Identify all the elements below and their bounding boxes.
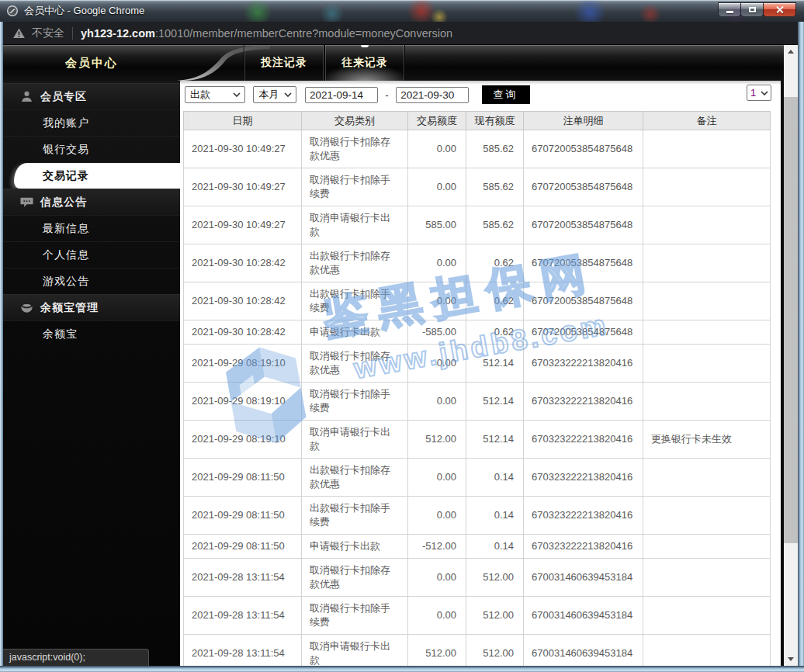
chevron-down-icon <box>284 92 292 97</box>
table-cell: 出款银行卡扣除存款优惠 <box>302 459 408 497</box>
scrollbar-thumb[interactable] <box>784 97 798 543</box>
table-row: 2021-09-29 08:19:10取消银行卡扣除手续费0.00512.146… <box>184 383 771 421</box>
table-cell: 2021-09-30 10:28:42 <box>184 244 302 282</box>
sidebar-item[interactable]: 交易记录 <box>3 162 180 189</box>
tab-1[interactable]: 投注记录 <box>244 45 324 81</box>
sidebar-item[interactable]: 银行交易 <box>3 136 180 162</box>
table-cell: 0.00 <box>408 459 466 497</box>
table-cell: 670720053854875648 <box>524 244 643 282</box>
table-cell <box>643 383 771 421</box>
security-warning-icon <box>12 27 26 39</box>
table-cell: 申请银行卡出款 <box>302 320 408 345</box>
brand-title: 会员中心 <box>3 45 180 81</box>
sidebar-item[interactable]: 游戏公告 <box>3 268 180 294</box>
address-bar[interactable]: 不安全 yh123-12.com:10010/member/memberCent… <box>3 22 801 45</box>
header-band: 会员中心 投注记录往来记录 <box>3 45 798 81</box>
table-cell <box>643 597 771 635</box>
table-cell: 出款银行卡扣除手续费 <box>302 497 408 535</box>
url-path: :10010/member/memberCentre?module=moneyC… <box>155 27 452 40</box>
tab-label: 往来记录 <box>341 56 388 70</box>
sidebar-item-label: 银行交易 <box>43 143 89 157</box>
scrollbar[interactable] <box>784 45 798 666</box>
scroll-down-button[interactable] <box>784 653 798 666</box>
table-row: 2021-09-29 08:19:10取消申请银行卡出款512.00512.14… <box>184 421 771 459</box>
sidebar-item[interactable]: 余额宝 <box>3 320 180 347</box>
sidebar-group-1[interactable]: 会员专区 <box>3 83 180 109</box>
minimize-button[interactable] <box>718 2 741 17</box>
table-row: 2021-09-29 08:11:50出款银行卡扣除存款优惠0.000.1467… <box>184 459 771 497</box>
sidebar-group-3[interactable]: 余额宝管理 <box>3 294 180 320</box>
table-row: 2021-09-30 10:49:27取消申请银行卡出款585.00585.62… <box>184 206 771 244</box>
tab-2[interactable]: 往来记录 <box>325 45 404 81</box>
user-icon <box>19 89 34 104</box>
table-cell: 2021-09-28 13:11:54 <box>184 597 302 635</box>
table-cell <box>643 459 771 497</box>
table-cell: 512.00 <box>408 635 466 667</box>
table-row: 2021-09-28 13:11:54取消银行卡扣除存款优惠0.00512.00… <box>184 559 771 597</box>
table-cell: 512.14 <box>466 421 524 459</box>
table-row: 2021-09-29 08:11:50出款银行卡扣除手续费0.000.14670… <box>184 497 771 535</box>
table-cell: 更换银行卡未生效 <box>643 421 771 459</box>
sidebar-item[interactable]: 个人信息 <box>3 241 180 268</box>
table-cell: 2021-09-29 08:11:50 <box>184 459 302 497</box>
window-border-left <box>0 0 3 672</box>
table-cell: 585.62 <box>466 168 524 206</box>
window-border-bottom <box>0 666 804 672</box>
sidebar-item[interactable]: 我的账户 <box>3 109 180 136</box>
query-button[interactable]: 查询 <box>482 85 530 104</box>
table-cell: 0.14 <box>466 459 524 497</box>
sidebar-group-label: 余额宝管理 <box>40 301 99 315</box>
main-content: 出款 本月 - 查询 1 <box>180 81 781 666</box>
close-button[interactable] <box>763 2 796 17</box>
table-row: 2021-09-30 10:28:42申请银行卡出款-585.000.62670… <box>184 320 771 345</box>
sidebar-item[interactable]: 最新信息 <box>3 215 180 241</box>
table-cell: 670720053854875648 <box>524 320 643 345</box>
table-cell: 512.00 <box>466 559 524 597</box>
table-cell: 2021-09-30 10:49:27 <box>184 168 302 206</box>
sidebar-item-label: 我的账户 <box>43 116 89 130</box>
column-header: 备注 <box>643 112 771 130</box>
chevron-down-icon <box>233 92 241 97</box>
table-row: 2021-09-28 13:11:54取消银行卡扣除手续费0.00512.006… <box>184 597 771 635</box>
sidebar-group-label: 信息公告 <box>40 196 87 210</box>
scroll-up-button[interactable] <box>784 45 798 58</box>
table-cell: 2021-09-30 10:49:27 <box>184 206 302 244</box>
table-cell: -585.00 <box>408 320 466 345</box>
ingot-icon <box>19 300 34 315</box>
window-border-right <box>798 0 804 672</box>
table-cell: 670031460639453184 <box>524 559 643 597</box>
date-to-input[interactable] <box>396 87 469 103</box>
table-cell: 申请银行卡出款 <box>302 535 408 559</box>
transactions-table-body: 2021-09-30 10:49:27取消银行卡扣除存款优惠0.00585.62… <box>184 130 771 667</box>
transaction-type-select[interactable]: 出款 <box>185 86 245 103</box>
window-controls <box>719 2 796 17</box>
table-cell <box>643 206 771 244</box>
table-row: 2021-09-30 10:28:42出款银行卡扣除手续费0.000.62670… <box>184 282 771 320</box>
minimize-icon <box>726 11 733 13</box>
table-cell: 0.00 <box>408 345 466 383</box>
table-cell: 0.00 <box>408 244 466 282</box>
address-separator <box>72 27 73 40</box>
sidebar-item-label: 游戏公告 <box>43 275 89 289</box>
table-cell: 2021-09-29 08:19:10 <box>184 421 302 459</box>
period-select[interactable]: 本月 <box>253 86 296 103</box>
chevron-down-icon <box>761 91 768 95</box>
table-cell: 2021-09-28 13:11:54 <box>184 559 302 597</box>
page-select[interactable]: 1 <box>747 85 771 101</box>
app-area: 会员中心 投注记录往来记录 会员专区我的账户银行交易交易记录信息公告最新信息个人… <box>3 45 798 666</box>
column-header: 交易额度 <box>408 112 466 130</box>
table-cell <box>643 635 771 667</box>
tab-label: 投注记录 <box>261 56 307 70</box>
table-header-row: 日期交易类别交易额度现有额度注单明细备注 <box>184 112 771 130</box>
sidebar-item-label: 余额宝 <box>43 327 78 341</box>
table-cell: 670323222213820416 <box>524 535 643 559</box>
maximize-button[interactable] <box>740 2 764 17</box>
date-from-input[interactable] <box>305 87 378 103</box>
arrow-up-icon <box>788 50 794 54</box>
table-cell: 取消银行卡扣除存款优惠 <box>302 559 408 597</box>
table-cell: 670031460639453184 <box>524 597 643 635</box>
table-cell: 0.00 <box>408 130 466 168</box>
table-cell <box>643 244 771 282</box>
sidebar-group-2[interactable]: 信息公告 <box>3 189 180 215</box>
table-cell: 670720053854875648 <box>524 206 643 244</box>
